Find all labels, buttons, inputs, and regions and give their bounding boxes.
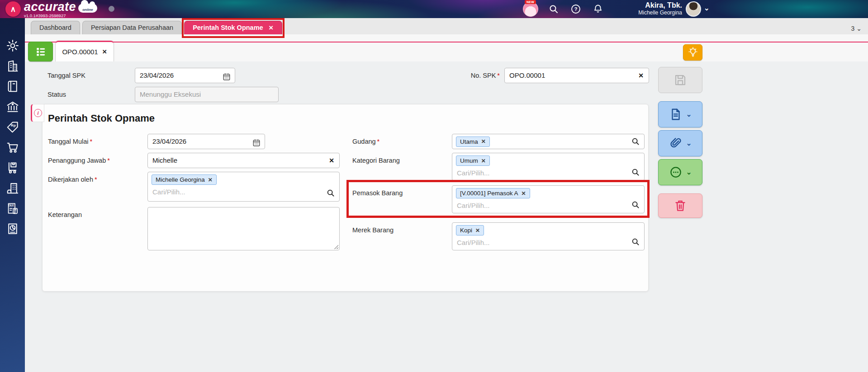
sidebar-item-purchases[interactable] — [6, 141, 19, 154]
search-icon[interactable] — [631, 238, 640, 246]
left-sidebar: Rp TAX — [0, 18, 25, 372]
keterangan-textarea[interactable] — [147, 207, 340, 250]
calendar-icon[interactable] — [252, 137, 261, 146]
tab-overflow-count: 3 — [851, 25, 855, 32]
remove-tag-icon[interactable]: ✕ — [481, 158, 486, 164]
svg-text:Rp: Rp — [11, 123, 16, 127]
kategori-barang-label: Kategori Barang — [352, 153, 400, 168]
search-placeholder: Cari/Pilih... — [457, 202, 640, 209]
svg-text:?: ? — [574, 6, 578, 12]
help-icon[interactable]: ? — [570, 4, 581, 14]
pemasok-barang-label: Pemasok Barang — [352, 185, 403, 201]
tab-perintah-stok-opname[interactable]: Perintah Stok Opname✕ — [184, 21, 282, 34]
penanggung-jawab-value: Michelle — [152, 156, 177, 164]
tanggal-mulai-input[interactable]: 23/04/2026 — [147, 134, 265, 149]
sidebar-item-inventory[interactable] — [6, 161, 19, 174]
new-badge: NEW — [525, 0, 536, 4]
remove-tag-icon[interactable]: ✕ — [481, 138, 486, 145]
tab-dashboard[interactable]: Dashboard — [31, 21, 80, 34]
search-placeholder: Cari/Pilih... — [152, 188, 336, 196]
account-info[interactable]: Akira, Tbk. Michelle Georgina — [602, 1, 682, 16]
cloud-online-icon: online — [78, 4, 97, 13]
sidebar-item-settings[interactable] — [6, 39, 19, 52]
close-tab-icon[interactable]: ✕ — [269, 24, 274, 31]
clear-penanggung-jawab-icon[interactable]: ✕ — [329, 153, 334, 168]
gudang-select[interactable]: Utama ✕ — [452, 134, 645, 149]
search-icon[interactable] — [548, 4, 559, 14]
tag-label: Michelle Georgina — [156, 176, 205, 183]
tab-persiapan-data-perusahaan[interactable]: Persiapan Data Perusahaan — [82, 21, 182, 34]
status-input: Menunggu Eksekusi — [135, 87, 279, 102]
dikerjakan-oleh-label: Dikerjakan oleh* — [48, 172, 97, 187]
search-icon[interactable] — [631, 137, 640, 146]
info-icon: i — [34, 109, 42, 117]
tag-label: [V.00001] Pemasok A — [460, 190, 518, 197]
chevron-down-icon: ⌄ — [856, 25, 862, 32]
sidebar-item-reports[interactable] — [6, 222, 19, 235]
kategori-barang-select[interactable]: Umum ✕ Cari/Pilih... — [452, 153, 645, 181]
selected-tag[interactable]: Kopi ✕ — [456, 225, 484, 235]
selected-tag[interactable]: Michelle Georgina ✕ — [152, 174, 217, 185]
tanggal-mulai-value: 23/04/2026 — [152, 137, 186, 145]
search-icon[interactable] — [631, 168, 640, 176]
selected-tag[interactable]: Utama ✕ — [456, 137, 490, 147]
chevron-down-icon: ⌄ — [686, 110, 692, 118]
sidebar-item-company[interactable] — [6, 59, 19, 73]
account-chevron-icon[interactable]: ⌄ — [704, 4, 710, 12]
document-actions-button[interactable]: ⌄ — [658, 101, 702, 127]
sidebar-item-banking[interactable] — [6, 100, 19, 113]
dikerjakan-oleh-select[interactable]: Michelle Georgina ✕ Cari/Pilih... — [147, 172, 340, 202]
sidebar-item-sales[interactable]: Rp — [6, 120, 19, 134]
assistant-avatar[interactable]: NEW — [523, 1, 538, 17]
app-window: ∧ accurate online v1.0.1#3993-2598927 NE… — [0, 0, 868, 372]
search-icon[interactable] — [327, 189, 335, 197]
svg-text:TAX: TAX — [8, 204, 14, 207]
user-name: Michelle Georgina — [602, 9, 682, 16]
subtab-opo-00001[interactable]: OPO.00001 ✕ — [55, 41, 114, 61]
tanggal-spk-input[interactable]: 23/04/2026 — [135, 68, 235, 83]
remove-tag-icon[interactable]: ✕ — [522, 190, 526, 197]
search-placeholder: Cari/Pilih... — [457, 239, 640, 246]
no-spk-input[interactable]: OPO.00001 ✕ — [504, 68, 649, 83]
merek-barang-select[interactable]: Kopi ✕ Cari/Pilih... — [452, 222, 645, 250]
sidebar-item-taxes[interactable]: TAX — [6, 202, 19, 215]
save-button[interactable] — [658, 67, 702, 93]
tanggal-mulai-label: Tanggal Mulai* — [48, 134, 92, 149]
search-placeholder: Cari/Pilih... — [457, 169, 640, 177]
tab-label: Persiapan Data Perusahaan — [91, 24, 173, 31]
user-avatar[interactable] — [686, 1, 701, 17]
app-version: v1.0.1#3993-2598927 — [24, 13, 66, 18]
more-actions-button[interactable]: ⌄ — [658, 159, 702, 185]
penanggung-jawab-label: Penanggung Jawab* — [48, 153, 110, 168]
attachments-button[interactable]: ⌄ — [658, 130, 702, 156]
delete-button[interactable] — [658, 193, 702, 218]
resize-grip[interactable] — [333, 244, 338, 249]
gudang-label: Gudang* — [352, 134, 379, 149]
search-icon[interactable] — [631, 201, 640, 209]
chevron-down-icon: ⌄ — [686, 139, 692, 147]
tanggal-spk-value: 23/04/2026 — [140, 71, 174, 79]
selected-tag[interactable]: [V.00001] Pemasok A ✕ — [456, 188, 530, 198]
close-subtab-icon[interactable]: ✕ — [102, 48, 107, 55]
tips-bulb-button[interactable] — [683, 44, 702, 61]
tab-label: Dashboard — [39, 24, 71, 31]
accurate-logo-icon[interactable]: ∧ — [5, 1, 21, 17]
remove-tag-icon[interactable]: ✕ — [208, 177, 213, 183]
active-tab-underline — [25, 42, 868, 42]
top-header: ∧ accurate online v1.0.1#3993-2598927 NE… — [0, 0, 868, 18]
chevron-down-icon: ⌄ — [686, 168, 692, 176]
list-view-button[interactable] — [28, 42, 53, 61]
sidebar-item-ledger[interactable] — [6, 80, 19, 93]
calendar-icon[interactable] — [223, 71, 231, 80]
tag-label: Kopi — [460, 227, 472, 234]
tab-overflow-dropdown[interactable]: 3 ⌄ — [848, 24, 865, 33]
remove-tag-icon[interactable]: ✕ — [475, 227, 480, 234]
panel-title: Perintah Stok Opname — [48, 113, 155, 124]
penanggung-jawab-input[interactable]: Michelle ✕ — [147, 153, 340, 168]
info-side-tab[interactable]: i — [31, 104, 44, 122]
sidebar-item-assets[interactable] — [6, 181, 19, 195]
clear-no-spk-icon[interactable]: ✕ — [638, 68, 644, 83]
document-tab-strip — [25, 34, 868, 61]
pemasok-barang-select[interactable]: [V.00001] Pemasok A ✕ Cari/Pilih... — [452, 185, 645, 213]
selected-tag[interactable]: Umum ✕ — [456, 155, 490, 166]
